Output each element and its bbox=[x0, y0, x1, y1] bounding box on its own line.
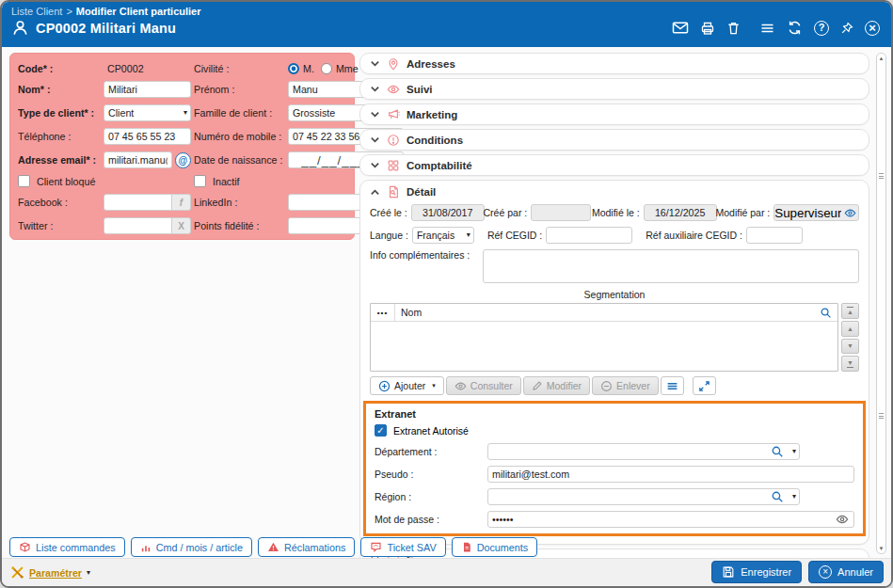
ticket-sav-button[interactable]: Ticket SAV bbox=[360, 537, 445, 557]
client-bloque-label: Client bloqué bbox=[37, 176, 95, 187]
reclamations-button[interactable]: Réclamations bbox=[258, 537, 355, 557]
package-icon bbox=[19, 541, 31, 553]
twitter-label: Twitter : bbox=[18, 220, 101, 231]
modifier-button[interactable]: Modifier bbox=[523, 376, 590, 395]
caret-down-icon[interactable]: ▾ bbox=[792, 447, 796, 455]
type-client-label: Type de client* : bbox=[18, 107, 101, 119]
search-icon[interactable] bbox=[771, 445, 784, 458]
megaphone-icon bbox=[387, 108, 400, 121]
telephone-input[interactable] bbox=[104, 128, 191, 145]
section-adresses-label: Adresses bbox=[407, 58, 455, 70]
inactif-checkbox[interactable] bbox=[194, 175, 206, 187]
documents-button[interactable]: Documents bbox=[452, 537, 538, 557]
scrollbar-thumb[interactable] bbox=[879, 173, 884, 181]
extranet-autorise-checkbox[interactable]: ✓ bbox=[375, 424, 387, 437]
cmd-mois-article-label: Cmd / mois / article bbox=[156, 542, 243, 553]
facebook-label: Facebook : bbox=[18, 197, 101, 208]
langue-select[interactable]: Français▾ bbox=[412, 227, 474, 244]
scroll-bottom-icon: ▼ bbox=[847, 359, 853, 368]
grid-scroll-top-button[interactable]: ▲ bbox=[841, 303, 859, 319]
documents-label: Documents bbox=[477, 542, 529, 553]
top-bar: Liste Client>Modifier Client particulier… bbox=[2, 2, 891, 47]
radio-m[interactable] bbox=[288, 63, 299, 74]
grid-expand-button[interactable] bbox=[693, 376, 716, 395]
cancel-x-icon: × bbox=[819, 565, 832, 579]
segmentation-grid-body[interactable] bbox=[371, 322, 837, 371]
grid-scroll-down-button[interactable]: ▼ bbox=[841, 339, 859, 355]
ref-cegid-input[interactable] bbox=[546, 227, 632, 244]
section-adresses[interactable]: Adresses bbox=[359, 53, 869, 74]
enregistrer-button[interactable]: Enregistrer bbox=[711, 561, 802, 583]
menu-icon[interactable] bbox=[759, 21, 775, 36]
radio-mme-label: Mme bbox=[336, 63, 359, 74]
type-client-select[interactable]: Client▾ bbox=[104, 104, 191, 121]
modifie-le-input bbox=[644, 204, 717, 221]
close-icon[interactable]: × bbox=[865, 21, 880, 36]
eye-icon bbox=[454, 380, 467, 392]
pseudo-label: Pseudo : bbox=[375, 469, 487, 480]
nom-input[interactable] bbox=[104, 81, 191, 98]
region-row: Région : ▾ bbox=[375, 488, 854, 505]
langue-value: Français bbox=[417, 230, 454, 241]
scrollbar-down-icon[interactable]: ▼ bbox=[877, 545, 885, 552]
view-user-eye-icon[interactable] bbox=[841, 207, 858, 219]
vertical-scrollbar[interactable]: ▲ ▼ bbox=[876, 53, 886, 554]
sync-icon[interactable] bbox=[787, 20, 803, 36]
grid-menu-button[interactable] bbox=[661, 376, 684, 395]
facebook-input[interactable] bbox=[104, 194, 172, 211]
cmd-mois-article-button[interactable]: Cmd / mois / article bbox=[131, 537, 252, 557]
email-input[interactable] bbox=[104, 151, 172, 168]
modifie-par-label: Modifié par : bbox=[716, 207, 771, 218]
liste-commandes-button[interactable]: Liste commandes bbox=[9, 537, 125, 557]
mot-de-passe-input[interactable] bbox=[487, 511, 854, 528]
consulter-button[interactable]: Consulter bbox=[446, 376, 521, 395]
caret-down-icon: ▾ bbox=[87, 568, 90, 577]
region-input[interactable] bbox=[487, 488, 800, 505]
chevron-down-icon bbox=[370, 109, 380, 119]
annuler-button[interactable]: × Annuler bbox=[808, 561, 884, 583]
section-suivi-label: Suivi bbox=[407, 84, 432, 95]
trash-icon[interactable] bbox=[726, 21, 741, 36]
mail-icon[interactable] bbox=[672, 21, 689, 35]
extranet-autorise-row: ✓ Extranet Autorisé bbox=[375, 424, 854, 437]
pseudo-input[interactable] bbox=[487, 466, 854, 483]
client-bloque-checkbox[interactable] bbox=[18, 175, 30, 187]
send-email-icon[interactable]: @ bbox=[175, 152, 191, 168]
region-label: Région : bbox=[375, 491, 487, 502]
grid-scroll-up-button[interactable]: ▲ bbox=[841, 321, 859, 337]
search-icon[interactable] bbox=[771, 490, 784, 503]
info-complementaires-textarea[interactable] bbox=[483, 249, 859, 283]
bar-chart-icon bbox=[140, 542, 151, 553]
grid-options-button[interactable]: ••• bbox=[371, 304, 395, 321]
help-icon[interactable]: ? bbox=[814, 21, 829, 36]
section-detail-header[interactable]: Détail bbox=[370, 185, 859, 199]
print-icon[interactable] bbox=[700, 21, 715, 36]
document-search-icon bbox=[387, 185, 400, 199]
ajouter-button[interactable]: Ajouter ▾ bbox=[370, 376, 444, 395]
scrollbar-thumb[interactable] bbox=[879, 413, 884, 421]
show-password-eye-icon[interactable] bbox=[836, 513, 849, 526]
ticket-sav-label: Ticket SAV bbox=[387, 542, 436, 553]
section-marketing[interactable]: Marketing bbox=[359, 103, 869, 125]
caret-down-icon[interactable]: ▾ bbox=[792, 492, 796, 501]
enlever-button[interactable]: Enlever bbox=[592, 376, 659, 395]
breadcrumb-parent[interactable]: Liste Client bbox=[11, 6, 62, 17]
twitter-input[interactable] bbox=[104, 217, 172, 234]
section-comptabilite[interactable]: Comptabilité bbox=[359, 154, 869, 176]
cree-le-input bbox=[411, 204, 485, 221]
pin-icon[interactable] bbox=[840, 21, 853, 36]
chevron-down-icon bbox=[370, 84, 380, 94]
parametrer-link[interactable]: Paramétrer ▾ bbox=[10, 565, 90, 580]
grid-column-nom[interactable]: Nom bbox=[395, 307, 837, 319]
grid-scroll-bottom-button[interactable]: ▼ bbox=[841, 356, 859, 372]
departement-input[interactable] bbox=[487, 443, 800, 460]
grid-column-nom-label: Nom bbox=[401, 307, 422, 318]
scrollbar-up-icon[interactable]: ▲ bbox=[877, 55, 885, 62]
section-conditions[interactable]: Conditions bbox=[359, 129, 869, 151]
search-icon[interactable] bbox=[820, 307, 832, 319]
radio-mme[interactable] bbox=[321, 63, 332, 74]
extranet-section: Extranet ✓ Extranet Autorisé Département… bbox=[363, 401, 866, 536]
section-suivi[interactable]: Suivi bbox=[359, 78, 869, 100]
ref-aux-cegid-input[interactable] bbox=[746, 227, 803, 244]
alert-circle-icon bbox=[387, 134, 400, 147]
